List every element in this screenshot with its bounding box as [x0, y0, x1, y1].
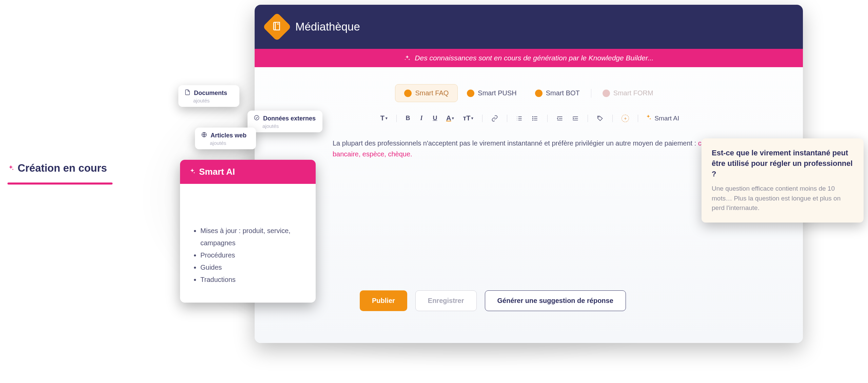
status-underline: [7, 183, 113, 185]
underline-button[interactable]: U: [431, 113, 439, 124]
sparkle-icon: [404, 55, 411, 61]
bold-button[interactable]: B: [403, 113, 412, 124]
smart-ai-label: Smart AI: [654, 115, 679, 122]
sparkle-icon: [645, 114, 652, 122]
editor-toolbar: T B I U A тT +: [255, 112, 803, 124]
toolbar-separator: [507, 115, 507, 122]
status-text: Création en cours: [18, 162, 107, 174]
tab-smart-bot[interactable]: Smart BOT: [526, 84, 589, 102]
svg-point-3: [598, 117, 599, 117]
toolbar-separator: [482, 115, 482, 122]
action-bar: Publier Enregistrer Générer une suggesti…: [360, 290, 803, 311]
tab-label: Smart FAQ: [415, 89, 449, 97]
list-item: Guides: [200, 261, 302, 273]
tab-smart-push[interactable]: Smart PUSH: [458, 84, 526, 102]
alert-text: Des connaissances sont en cours de génér…: [415, 54, 653, 62]
form-icon: [603, 90, 610, 97]
chip-title: Données externes: [263, 115, 316, 122]
svg-point-0: [533, 116, 533, 117]
text-color-dropdown[interactable]: A: [444, 112, 456, 124]
question-tip-card: Est-ce que le virement instantané peut ê…: [702, 138, 864, 223]
font-size-dropdown[interactable]: тT: [461, 112, 475, 124]
chip-sub: ajoutés: [262, 123, 316, 129]
italic-button[interactable]: I: [417, 113, 426, 124]
tab-smart-faq[interactable]: Smart FAQ: [395, 84, 458, 102]
sparkle-icon: [189, 167, 196, 177]
tab-smart-form[interactable]: Smart FORM: [593, 84, 663, 102]
list-item: Mises à jour : produit, service, campagn…: [200, 225, 302, 249]
smart-ai-card-title: Smart AI: [199, 167, 235, 177]
list-item: Procédures: [200, 249, 302, 261]
publish-button[interactable]: Publier: [360, 290, 407, 311]
link-button[interactable]: [489, 113, 500, 124]
unordered-list-button[interactable]: [530, 113, 540, 124]
tab-separator: [591, 89, 591, 98]
chip-title: Documents: [194, 90, 227, 97]
document-icon: [184, 89, 191, 97]
svg-point-2: [533, 120, 533, 120]
generate-suggestion-button[interactable]: Générer une suggestion de réponse: [485, 290, 626, 311]
editor-content[interactable]: La plupart des professionnels n'accepten…: [333, 138, 725, 280]
toolbar-separator: [612, 115, 613, 122]
toolbar-separator: [396, 115, 397, 122]
toolbar-separator: [547, 115, 548, 122]
smart-ai-card: Smart AI Mises à jour : produit, service…: [180, 160, 316, 303]
mediatheque-icon: [263, 13, 292, 41]
add-button[interactable]: +: [619, 113, 631, 124]
documents-chip: Documents ajoutés: [178, 85, 239, 107]
check-circle-icon: [254, 115, 260, 122]
toolbar-separator: [588, 115, 588, 122]
chip-sub: ajoutés: [193, 98, 233, 103]
question-icon: [404, 90, 412, 97]
chip-sub: ajoutés: [210, 140, 249, 146]
toolbar-separator: [638, 115, 638, 122]
tab-label: Smart BOT: [546, 89, 580, 97]
svg-point-4: [254, 115, 259, 120]
page-title: Médiathèque: [295, 20, 360, 33]
tip-body: Une question efficace contient moins de …: [712, 184, 853, 213]
list-item: Traductions: [200, 273, 302, 286]
globe-icon: [201, 132, 207, 139]
generation-alert: Des connaissances sont en cours de génér…: [255, 49, 803, 67]
text-style-dropdown[interactable]: T: [378, 112, 390, 124]
tab-bar: Smart FAQ Smart PUSH Smart BOT Smart FOR…: [255, 84, 803, 102]
editor-text: La plupart des professionnels n'accepten…: [333, 139, 698, 147]
tab-label: Smart FORM: [613, 89, 653, 97]
tab-label: Smart PUSH: [478, 89, 516, 97]
save-button[interactable]: Enregistrer: [415, 290, 477, 311]
external-data-chip: Données externes ajoutés: [248, 111, 322, 132]
smart-ai-card-body: Mises à jour : produit, service, campagn…: [180, 184, 316, 303]
chip-title: Articles web: [211, 132, 246, 139]
tag-button[interactable]: [595, 113, 606, 124]
indent-button[interactable]: [570, 113, 581, 124]
web-articles-chip: Articles web ajoutés: [195, 128, 256, 149]
sparkle-icon: [7, 163, 14, 174]
smart-ai-card-header: Smart AI: [180, 160, 316, 184]
smart-ai-toolbar-button[interactable]: Smart AI: [645, 114, 679, 122]
header-bar: Médiathèque: [255, 5, 803, 49]
bot-icon: [535, 90, 542, 97]
creation-status: Création en cours: [7, 162, 113, 185]
push-icon: [467, 90, 474, 97]
ordered-list-button[interactable]: [514, 113, 525, 124]
svg-point-1: [533, 118, 533, 119]
outdent-button[interactable]: [554, 113, 565, 124]
tip-title: Est-ce que le virement instantané peut ê…: [712, 148, 853, 179]
